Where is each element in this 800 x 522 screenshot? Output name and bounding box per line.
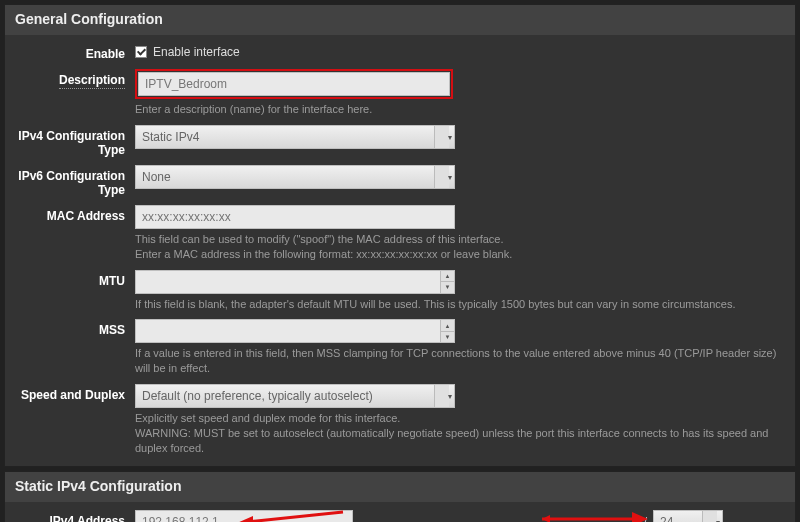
cidr-select-wrap[interactable]: ▾ — [653, 510, 723, 522]
mss-input-wrap[interactable]: ▲▼ — [135, 319, 455, 343]
enable-checkbox-label: Enable interface — [153, 45, 240, 59]
mtu-row: MTU ▲▼ If this field is blank, the adapt… — [5, 266, 795, 316]
static-ipv4-panel: Static IPv4 Configuration IPv4 Address /… — [4, 471, 796, 522]
mtu-label: MTU — [15, 270, 135, 288]
speed-select[interactable] — [135, 384, 455, 408]
mac-help2: Enter a MAC address in the following for… — [135, 247, 785, 262]
ipv6type-row: IPv6 Configuration Type ▾ — [5, 161, 795, 201]
mac-row: MAC Address This field can be used to mo… — [5, 201, 795, 266]
cidr-group: / ▾ — [638, 510, 785, 522]
static-ipv4-title: Static IPv4 Configuration — [5, 472, 795, 502]
mss-help: If a value is entered in this field, the… — [135, 346, 785, 376]
ipv6type-select[interactable] — [135, 165, 455, 189]
ipv6type-select-wrap[interactable]: ▾ — [135, 165, 455, 189]
speed-help2: WARNING: MUST be set to autoselect (auto… — [135, 426, 785, 456]
ipv4type-select-wrap[interactable]: ▾ — [135, 125, 455, 149]
enable-label: Enable — [15, 43, 135, 61]
mss-row: MSS ▲▼ If a value is entered in this fie… — [5, 315, 795, 380]
description-highlight — [135, 69, 453, 99]
enable-checkbox-wrap[interactable]: Enable interface — [135, 43, 785, 59]
speed-help1: Explicitly set speed and duplex mode for… — [135, 411, 785, 426]
enable-checkbox[interactable] — [135, 46, 147, 58]
description-row: Description Enter a description (name) f… — [5, 65, 795, 121]
mac-label: MAC Address — [15, 205, 135, 223]
mtu-help: If this field is blank, the adapter's de… — [135, 297, 785, 312]
speed-select-wrap[interactable]: ▾ — [135, 384, 455, 408]
mac-help1: This field can be used to modify ("spoof… — [135, 232, 785, 247]
mss-label: MSS — [15, 319, 135, 337]
description-label: Description — [15, 69, 135, 87]
ipv4-address-row: IPv4 Address / ▾ — [5, 502, 795, 522]
ipv4type-row: IPv4 Configuration Type ▾ — [5, 121, 795, 161]
speed-row: Speed and Duplex ▾ Explicitly set speed … — [5, 380, 795, 466]
ipv6type-label: IPv6 Configuration Type — [15, 165, 135, 197]
enable-row: Enable Enable interface — [5, 35, 795, 65]
speed-label: Speed and Duplex — [15, 384, 135, 402]
description-input[interactable] — [138, 72, 450, 96]
mss-input[interactable] — [135, 319, 455, 343]
ipv4type-select[interactable] — [135, 125, 455, 149]
ipv4-address-label: IPv4 Address — [15, 510, 135, 522]
general-config-panel: General Configuration Enable Enable inte… — [4, 4, 796, 467]
cidr-slash: / — [638, 515, 653, 522]
mtu-input[interactable] — [135, 270, 455, 294]
mac-input[interactable] — [135, 205, 455, 229]
cidr-select[interactable] — [653, 510, 723, 522]
mtu-input-wrap[interactable]: ▲▼ — [135, 270, 455, 294]
general-config-title: General Configuration — [5, 5, 795, 35]
ipv4type-label: IPv4 Configuration Type — [15, 125, 135, 157]
ipv4-address-input[interactable] — [135, 510, 353, 522]
description-help: Enter a description (name) for the inter… — [135, 102, 785, 117]
